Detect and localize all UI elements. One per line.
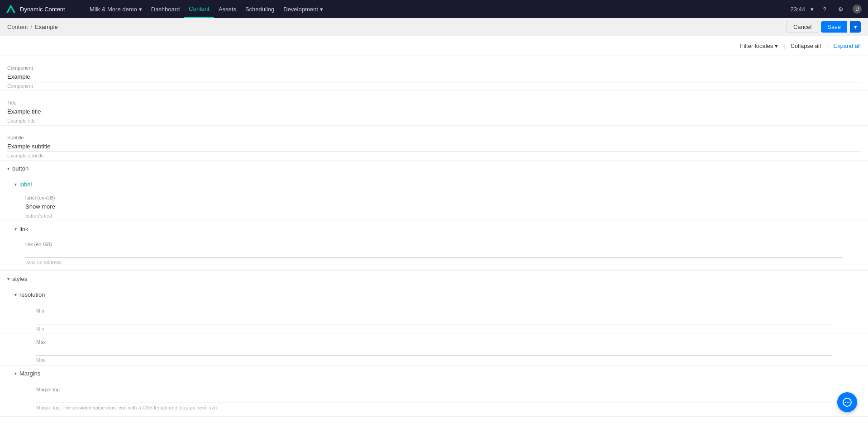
max-field: Max Max	[0, 334, 868, 365]
nav-assets-label: Assets	[219, 6, 236, 13]
user-icon[interactable]: U	[852, 4, 863, 14]
svg-point-5	[845, 402, 846, 403]
label-subsection-name: label	[19, 181, 32, 188]
styles-chevron-icon: ▾	[7, 276, 10, 281]
save-arrow-button[interactable]: ▾	[850, 21, 861, 33]
breadcrumb-separator: /	[31, 24, 33, 30]
min-hint: Min	[36, 325, 832, 332]
margin-top-hint: Margin top. The provided value must end …	[36, 404, 832, 410]
collapse-all-button[interactable]: Collapse all	[791, 43, 821, 49]
filter-locales-button[interactable]: Filter locales ▾	[740, 43, 778, 49]
nav-development-arrow-icon: ▾	[320, 6, 323, 13]
save-button[interactable]: Save	[821, 21, 847, 33]
top-navbar: Dynamic Content Milk & More demo ▾ Dashb…	[0, 0, 868, 18]
demo-chevron-icon: ▾	[139, 6, 142, 13]
margins-subsection-header[interactable]: ▾ Margins	[0, 366, 868, 381]
resolution-subsection-header[interactable]: ▾ resolution	[0, 287, 868, 303]
subtitle-input[interactable]	[7, 142, 861, 152]
demo-label: Milk & More demo	[90, 6, 137, 13]
label-en-gb-label: label (en-GB)	[25, 195, 843, 200]
toolbar-separator-2: |	[826, 43, 828, 49]
nav-dashboard[interactable]: Dashboard	[147, 0, 185, 18]
filter-locales-label: Filter locales	[740, 43, 773, 49]
max-input-line	[36, 347, 832, 356]
title-field: Title Example title	[7, 96, 861, 125]
toolbar: Filter locales ▾ | Collapse all | Expand…	[0, 36, 868, 56]
nav-assets[interactable]: Assets	[214, 0, 241, 18]
breadcrumb-parent[interactable]: Content	[7, 24, 28, 30]
chat-button[interactable]	[837, 392, 857, 412]
title-input[interactable]	[7, 107, 861, 117]
main-content: Component Component Title Example title …	[0, 56, 868, 423]
label-en-gb-input[interactable]	[25, 202, 843, 212]
link-en-gb-input-line	[25, 249, 843, 258]
component-input[interactable]	[7, 72, 861, 82]
component-field: Component Component	[7, 62, 861, 90]
title-section: Title Example title	[0, 91, 868, 126]
settings-icon[interactable]: ⚙	[835, 4, 846, 14]
link-chevron-icon: ▾	[14, 227, 17, 232]
help-icon[interactable]: ?	[819, 4, 830, 14]
button-chevron-icon: ▾	[7, 166, 10, 171]
nav-right: 23:44 ▾ ? ⚙ U	[790, 4, 863, 14]
label-subsection: ▾ label label (en-GB) button's text	[0, 176, 868, 221]
margins-chevron-icon: ▾	[14, 371, 17, 376]
component-section: Component Component	[0, 56, 868, 91]
margin-top-label: Margin top	[36, 387, 832, 392]
subtitle-section: Subtitle Example subtitle	[0, 126, 868, 161]
resolution-chevron-icon: ▾	[14, 292, 17, 297]
margin-top-input-line	[36, 394, 832, 403]
svg-point-7	[849, 402, 849, 403]
nav-scheduling[interactable]: Scheduling	[241, 0, 279, 18]
title-label: Title	[7, 100, 861, 105]
styles-section: ▾ styles ▾ resolution Min Min Max Max	[0, 271, 868, 417]
breadcrumb-bar: Content / Example Cancel Save ▾	[0, 18, 868, 36]
link-subsection-header[interactable]: ▾ link	[0, 221, 868, 237]
title-hint: Example title	[7, 117, 861, 124]
nav-content-label: Content	[189, 5, 210, 12]
link-en-gb-label: link (en-GB)	[25, 242, 843, 247]
breadcrumb-actions: Cancel Save ▾	[787, 21, 861, 33]
styles-section-name: styles	[12, 276, 27, 282]
nav-content[interactable]: Content	[184, 0, 214, 18]
styles-section-header[interactable]: ▾ styles	[0, 271, 868, 287]
nav-dashboard-label: Dashboard	[151, 6, 180, 13]
resolution-subsection-name: resolution	[19, 291, 45, 298]
brand-logo-icon	[5, 4, 16, 14]
margins-subsection-name: Margins	[19, 370, 40, 377]
max-hint: Max	[36, 356, 832, 363]
link-en-gb-hint: valid url address	[25, 259, 843, 265]
time-dropdown-icon[interactable]: ▾	[811, 6, 814, 13]
label-en-gb-hint: button's text	[25, 212, 843, 219]
breadcrumb-current: Example	[35, 24, 58, 30]
component-hint: Component	[7, 82, 861, 89]
min-label: Min	[36, 308, 832, 314]
label-en-gb-field: label (en-GB) button's text	[0, 192, 868, 221]
button-section-name: button	[12, 165, 29, 172]
svg-text:U: U	[855, 7, 858, 12]
breadcrumb: Content / Example	[7, 24, 58, 30]
resolution-subsection: ▾ resolution Min Min Max Max	[0, 287, 868, 366]
margin-top-field: Margin top Margin top. The provided valu…	[0, 381, 868, 416]
margins-subsection: ▾ Margins Margin top Margin top. The pro…	[0, 366, 868, 417]
cancel-button[interactable]: Cancel	[787, 21, 818, 33]
label-subsection-header[interactable]: ▾ label	[0, 176, 868, 192]
link-en-gb-field: link (en-GB) valid url address	[0, 237, 868, 270]
nav-development-label: Development	[283, 6, 318, 13]
nav-time: 23:44	[790, 6, 805, 13]
brand: Dynamic Content	[5, 4, 78, 14]
chat-icon	[842, 397, 852, 407]
demo-dropdown[interactable]: Milk & More demo ▾	[85, 0, 147, 18]
brand-title: Dynamic Content	[20, 6, 65, 13]
svg-point-6	[847, 402, 848, 403]
link-subsection-name: link	[19, 226, 29, 233]
button-section: ▾ button ▾ label label (en-GB) button's …	[0, 161, 868, 271]
button-section-header[interactable]: ▾ button	[0, 161, 868, 176]
nav-development[interactable]: Development ▾	[279, 0, 328, 18]
link-subsection: ▾ link link (en-GB) valid url address	[0, 221, 868, 271]
expand-all-button[interactable]: Expand all	[833, 43, 861, 49]
filter-locales-chevron-icon: ▾	[775, 43, 778, 49]
subtitle-hint: Example subtitle	[7, 152, 861, 158]
max-label: Max	[36, 339, 832, 345]
min-input-line	[36, 315, 832, 324]
